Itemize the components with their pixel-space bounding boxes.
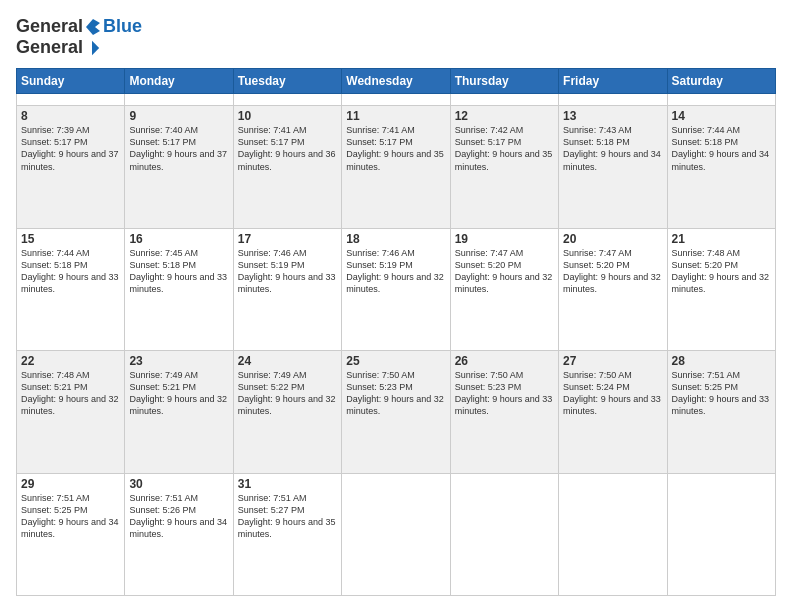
calendar-cell: 18Sunrise: 7:46 AM Sunset: 5:19 PM Dayli… bbox=[342, 228, 450, 350]
calendar-cell bbox=[559, 473, 667, 596]
day-info: Sunrise: 7:43 AM Sunset: 5:18 PM Dayligh… bbox=[563, 124, 662, 173]
day-info: Sunrise: 7:46 AM Sunset: 5:19 PM Dayligh… bbox=[346, 247, 445, 296]
day-info: Sunrise: 7:51 AM Sunset: 5:25 PM Dayligh… bbox=[672, 369, 771, 418]
logo-bird-icon bbox=[83, 17, 103, 37]
day-info: Sunrise: 7:42 AM Sunset: 5:17 PM Dayligh… bbox=[455, 124, 554, 173]
calendar-cell: 16Sunrise: 7:45 AM Sunset: 5:18 PM Dayli… bbox=[125, 228, 233, 350]
day-info: Sunrise: 7:46 AM Sunset: 5:19 PM Dayligh… bbox=[238, 247, 337, 296]
day-info: Sunrise: 7:50 AM Sunset: 5:23 PM Dayligh… bbox=[346, 369, 445, 418]
col-friday: Friday bbox=[559, 69, 667, 94]
day-info: Sunrise: 7:41 AM Sunset: 5:17 PM Dayligh… bbox=[346, 124, 445, 173]
calendar-cell bbox=[667, 94, 775, 106]
header: GeneralBlue General bbox=[16, 16, 776, 58]
calendar-cell: 13Sunrise: 7:43 AM Sunset: 5:18 PM Dayli… bbox=[559, 106, 667, 228]
calendar-cell: 17Sunrise: 7:46 AM Sunset: 5:19 PM Dayli… bbox=[233, 228, 341, 350]
calendar-cell: 11Sunrise: 7:41 AM Sunset: 5:17 PM Dayli… bbox=[342, 106, 450, 228]
day-number: 23 bbox=[129, 354, 228, 368]
col-sunday: Sunday bbox=[17, 69, 125, 94]
calendar-row: 8Sunrise: 7:39 AM Sunset: 5:17 PM Daylig… bbox=[17, 106, 776, 228]
svg-marker-0 bbox=[86, 19, 100, 35]
day-info: Sunrise: 7:41 AM Sunset: 5:17 PM Dayligh… bbox=[238, 124, 337, 173]
calendar-cell: 19Sunrise: 7:47 AM Sunset: 5:20 PM Dayli… bbox=[450, 228, 558, 350]
day-info: Sunrise: 7:44 AM Sunset: 5:18 PM Dayligh… bbox=[21, 247, 120, 296]
day-info: Sunrise: 7:39 AM Sunset: 5:17 PM Dayligh… bbox=[21, 124, 120, 173]
day-info: Sunrise: 7:47 AM Sunset: 5:20 PM Dayligh… bbox=[563, 247, 662, 296]
col-saturday: Saturday bbox=[667, 69, 775, 94]
calendar-cell: 9Sunrise: 7:40 AM Sunset: 5:17 PM Daylig… bbox=[125, 106, 233, 228]
day-number: 22 bbox=[21, 354, 120, 368]
day-info: Sunrise: 7:48 AM Sunset: 5:20 PM Dayligh… bbox=[672, 247, 771, 296]
calendar-cell: 28Sunrise: 7:51 AM Sunset: 5:25 PM Dayli… bbox=[667, 351, 775, 473]
day-number: 27 bbox=[563, 354, 662, 368]
logo-blue: Blue bbox=[103, 16, 142, 37]
logo: GeneralBlue General bbox=[16, 16, 142, 58]
calendar-cell: 14Sunrise: 7:44 AM Sunset: 5:18 PM Dayli… bbox=[667, 106, 775, 228]
calendar-cell: 24Sunrise: 7:49 AM Sunset: 5:22 PM Dayli… bbox=[233, 351, 341, 473]
day-number: 18 bbox=[346, 232, 445, 246]
logo-text: GeneralBlue bbox=[16, 16, 142, 37]
day-info: Sunrise: 7:48 AM Sunset: 5:21 PM Dayligh… bbox=[21, 369, 120, 418]
calendar-cell: 30Sunrise: 7:51 AM Sunset: 5:26 PM Dayli… bbox=[125, 473, 233, 596]
day-number: 8 bbox=[21, 109, 120, 123]
day-number: 11 bbox=[346, 109, 445, 123]
calendar-cell bbox=[450, 94, 558, 106]
calendar-cell: 20Sunrise: 7:47 AM Sunset: 5:20 PM Dayli… bbox=[559, 228, 667, 350]
calendar-cell: 25Sunrise: 7:50 AM Sunset: 5:23 PM Dayli… bbox=[342, 351, 450, 473]
day-number: 16 bbox=[129, 232, 228, 246]
day-number: 29 bbox=[21, 477, 120, 491]
day-number: 17 bbox=[238, 232, 337, 246]
col-wednesday: Wednesday bbox=[342, 69, 450, 94]
day-info: Sunrise: 7:49 AM Sunset: 5:21 PM Dayligh… bbox=[129, 369, 228, 418]
calendar-cell bbox=[342, 473, 450, 596]
calendar-cell: 29Sunrise: 7:51 AM Sunset: 5:25 PM Dayli… bbox=[17, 473, 125, 596]
logo-general: General bbox=[16, 16, 83, 37]
day-info: Sunrise: 7:50 AM Sunset: 5:23 PM Dayligh… bbox=[455, 369, 554, 418]
day-number: 12 bbox=[455, 109, 554, 123]
day-number: 19 bbox=[455, 232, 554, 246]
col-tuesday: Tuesday bbox=[233, 69, 341, 94]
svg-marker-1 bbox=[92, 41, 99, 55]
calendar-page: GeneralBlue General Sunday Monday Tuesda… bbox=[0, 0, 792, 612]
day-number: 31 bbox=[238, 477, 337, 491]
calendar-cell bbox=[667, 473, 775, 596]
day-number: 26 bbox=[455, 354, 554, 368]
day-info: Sunrise: 7:49 AM Sunset: 5:22 PM Dayligh… bbox=[238, 369, 337, 418]
day-info: Sunrise: 7:51 AM Sunset: 5:26 PM Dayligh… bbox=[129, 492, 228, 541]
calendar-cell: 21Sunrise: 7:48 AM Sunset: 5:20 PM Dayli… bbox=[667, 228, 775, 350]
day-number: 10 bbox=[238, 109, 337, 123]
calendar-cell: 12Sunrise: 7:42 AM Sunset: 5:17 PM Dayli… bbox=[450, 106, 558, 228]
calendar-header-row: Sunday Monday Tuesday Wednesday Thursday… bbox=[17, 69, 776, 94]
day-info: Sunrise: 7:47 AM Sunset: 5:20 PM Dayligh… bbox=[455, 247, 554, 296]
calendar-cell: 26Sunrise: 7:50 AM Sunset: 5:23 PM Dayli… bbox=[450, 351, 558, 473]
logo-triangle-icon bbox=[84, 40, 100, 56]
calendar-cell bbox=[233, 94, 341, 106]
day-info: Sunrise: 7:50 AM Sunset: 5:24 PM Dayligh… bbox=[563, 369, 662, 418]
calendar-row: 29Sunrise: 7:51 AM Sunset: 5:25 PM Dayli… bbox=[17, 473, 776, 596]
calendar-cell bbox=[559, 94, 667, 106]
calendar-cell bbox=[342, 94, 450, 106]
day-info: Sunrise: 7:40 AM Sunset: 5:17 PM Dayligh… bbox=[129, 124, 228, 173]
day-info: Sunrise: 7:44 AM Sunset: 5:18 PM Dayligh… bbox=[672, 124, 771, 173]
day-info: Sunrise: 7:51 AM Sunset: 5:25 PM Dayligh… bbox=[21, 492, 120, 541]
day-number: 21 bbox=[672, 232, 771, 246]
day-number: 14 bbox=[672, 109, 771, 123]
calendar-row: 15Sunrise: 7:44 AM Sunset: 5:18 PM Dayli… bbox=[17, 228, 776, 350]
day-number: 24 bbox=[238, 354, 337, 368]
col-thursday: Thursday bbox=[450, 69, 558, 94]
day-info: Sunrise: 7:45 AM Sunset: 5:18 PM Dayligh… bbox=[129, 247, 228, 296]
logo-general-label: General bbox=[16, 37, 83, 57]
calendar-table: Sunday Monday Tuesday Wednesday Thursday… bbox=[16, 68, 776, 596]
calendar-cell: 31Sunrise: 7:51 AM Sunset: 5:27 PM Dayli… bbox=[233, 473, 341, 596]
day-number: 28 bbox=[672, 354, 771, 368]
calendar-row: 22Sunrise: 7:48 AM Sunset: 5:21 PM Dayli… bbox=[17, 351, 776, 473]
day-number: 25 bbox=[346, 354, 445, 368]
calendar-cell bbox=[125, 94, 233, 106]
calendar-cell: 23Sunrise: 7:49 AM Sunset: 5:21 PM Dayli… bbox=[125, 351, 233, 473]
day-number: 15 bbox=[21, 232, 120, 246]
day-number: 30 bbox=[129, 477, 228, 491]
calendar-cell: 10Sunrise: 7:41 AM Sunset: 5:17 PM Dayli… bbox=[233, 106, 341, 228]
calendar-cell: 8Sunrise: 7:39 AM Sunset: 5:17 PM Daylig… bbox=[17, 106, 125, 228]
calendar-row bbox=[17, 94, 776, 106]
col-monday: Monday bbox=[125, 69, 233, 94]
calendar-cell: 27Sunrise: 7:50 AM Sunset: 5:24 PM Dayli… bbox=[559, 351, 667, 473]
